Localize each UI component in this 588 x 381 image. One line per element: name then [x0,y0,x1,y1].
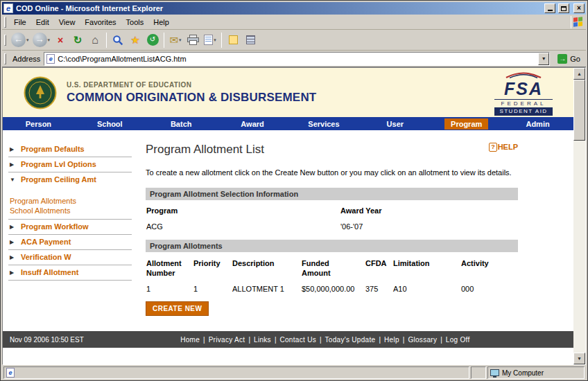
history-button[interactable]: ↺ [144,31,161,49]
discuss-icon [229,35,238,44]
sidebar-item-aca-payment[interactable]: ▶ ACA Payment [8,235,132,250]
menu-view[interactable]: View [54,16,80,28]
sidebar-subitem-program-allotments[interactable]: Program Allotments [10,196,132,206]
footer-link-help[interactable]: Help [381,336,403,344]
sidebar-item-insuff-allotment[interactable]: ▶ Insuff Allotment [8,265,132,281]
forward-dropdown-icon[interactable]: ▾ [48,37,51,43]
nav-tab-award[interactable]: Award [217,117,288,130]
chevron-right-icon[interactable]: ▶ [10,222,16,230]
forward-button[interactable]: → ▾ [31,31,52,49]
nav-tab-admin[interactable]: Admin [502,117,573,130]
menu-favorites[interactable]: Favorites [80,16,121,28]
stop-icon: × [58,35,63,46]
edit-button[interactable]: ▾ [202,31,218,49]
scroll-up-button[interactable]: ▲ [573,68,585,80]
maximize-button[interactable] [558,3,569,13]
close-button[interactable]: × [573,3,585,13]
toolbar-grip[interactable] [4,35,6,46]
page-content: U.S. DEPARTMENT OF EDUCATION COMMON ORIG… [3,68,573,364]
minimize-icon [548,10,553,11]
sidebar-item-program-lvl-options[interactable]: ▶ Program Lvl Options [8,157,132,172]
address-input[interactable]: e C:\cod\ProgramAllotmentListACG.htm ▼ [44,52,550,66]
history-icon: ↺ [147,34,159,46]
chevron-right-icon[interactable]: ▶ [10,238,16,245]
mail-button[interactable]: ✉ ▾ [167,31,184,49]
favorites-button[interactable]: ★ [127,31,144,49]
stop-button[interactable]: × [52,31,69,49]
footer-link-home[interactable]: Home [177,336,203,344]
windows-logo-icon [571,16,585,28]
sidebar-subitem-school-allotments[interactable]: School Allotments [10,206,132,215]
nav-tab-batch[interactable]: Batch [146,117,217,130]
help-link[interactable]: ? HELP [489,143,518,152]
security-zone-label: My Computer [502,369,544,377]
sidebar-item-program-workflow[interactable]: ▶ Program Workflow [8,220,132,235]
page-bottom-space [3,348,573,364]
main-panel: Program Allotment List ? HELP To create … [139,130,573,331]
print-button[interactable] [184,31,201,49]
minimize-button[interactable] [544,3,555,13]
messenger-button[interactable] [242,31,259,49]
address-dropdown-button[interactable]: ▼ [538,53,549,65]
footer-link-contact-us[interactable]: Contact Us [276,336,319,344]
chevron-right-icon[interactable]: ▶ [10,253,16,260]
program-column-header: Program [146,206,340,215]
col-activity: Activity [461,258,518,278]
nav-tab-school[interactable]: School [74,117,146,130]
menu-file[interactable]: File [9,16,31,28]
back-dropdown-icon[interactable]: ▾ [26,37,29,43]
create-new-button[interactable]: CREATE NEW [146,301,209,316]
window-title: COD Online - Microsoft Internet Explorer [16,4,542,12]
menu-help[interactable]: Help [148,16,174,28]
nav-tab-services[interactable]: Services [288,117,360,130]
star-icon: ★ [130,34,139,46]
toolbar-grip[interactable] [4,17,6,28]
footer-link-todays-update[interactable]: Today's Update [322,336,379,344]
col-description: Description [232,258,302,278]
sidebar-item-program-defaults[interactable]: ▶ Program Defaults [8,142,132,157]
footer-link-log-off[interactable]: Log Off [442,336,474,344]
home-button[interactable]: ⌂ [87,31,103,49]
help-icon: ? [489,143,497,152]
footer-link-glossary[interactable]: Glossary [404,336,440,344]
mail-icon: ✉ [169,34,178,46]
footer-timestamp: Nov 09 2006 10:50 EST [10,336,84,344]
table-row-cell-funded-amount: $50,000,000.00 [302,285,365,293]
print-icon [187,35,199,45]
chevron-right-icon[interactable]: ▶ [10,145,16,152]
title-bar: e COD Online - Microsoft Internet Explor… [2,2,586,15]
table-row-cell-priority: 1 [193,285,232,293]
status-bar: e My Computer [2,365,586,379]
go-button[interactable]: → Go [553,52,585,66]
nav-tab-program[interactable]: Program [431,117,502,130]
mail-dropdown-icon[interactable]: ▾ [179,37,182,43]
scrollbar-track[interactable] [573,80,585,353]
search-button[interactable] [110,31,126,49]
menu-edit[interactable]: Edit [31,16,54,28]
content-area: ▶ Program Defaults ▶ Program Lvl Options… [3,130,573,331]
vertical-scrollbar[interactable]: ▲ ▼ [573,68,585,364]
table-row-cell-description: ALLOTMENT 1 [232,285,302,293]
back-button[interactable]: ← ▾ [10,31,31,49]
dept-line2: COMMON ORIGINATION & DISBURSEMENT [67,91,316,105]
scrollbar-thumb[interactable] [573,80,585,141]
discuss-button[interactable] [225,31,241,49]
sidebar-item-verification-w[interactable]: ▶ Verification W [8,250,132,265]
nav-tab-user[interactable]: User [359,117,431,130]
chevron-right-icon[interactable]: ▶ [10,268,16,276]
menu-tools[interactable]: Tools [121,16,149,28]
table-row-cell-allotment-number[interactable]: 1 [146,285,193,293]
nav-tab-person[interactable]: Person [3,117,74,130]
refresh-button[interactable]: ↻ [69,31,86,49]
toolbar-grip[interactable] [4,53,6,64]
footer-links: Home|Privacy Act|Links|Contact Us|Today'… [84,336,567,344]
scroll-down-button[interactable]: ▼ [573,353,585,364]
sidebar-item-program-ceiling-amt[interactable]: ▼ Program Ceiling Amt Program Allotments… [8,172,132,220]
edit-dropdown-icon[interactable]: ▾ [214,37,216,43]
chevron-right-icon[interactable]: ▶ [10,160,16,168]
status-panel: e [3,366,469,379]
footer-link-links[interactable]: Links [250,336,275,344]
address-label: Address [12,55,40,63]
footer-link-privacy-act[interactable]: Privacy Act [205,336,249,344]
selection-section-header: Program Allotment Selection Information [146,188,518,200]
